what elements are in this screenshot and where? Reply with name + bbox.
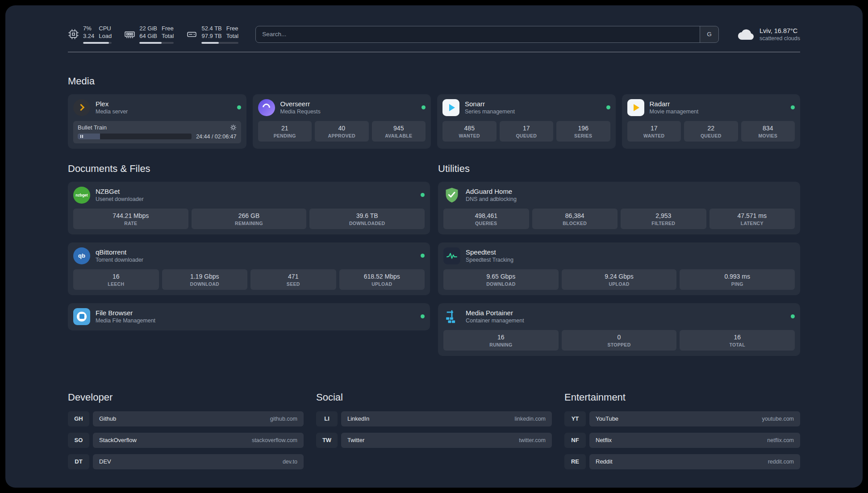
service-card-plex[interactable]: Plex Media server Bullet Train <box>68 94 246 149</box>
plex-now-playing: Bullet Train 24:44 / 02:06:47 <box>73 121 241 143</box>
disk-bar <box>201 42 238 44</box>
disk-icon <box>186 29 197 40</box>
service-name: Overseerr <box>280 100 321 108</box>
playback-progress-bar[interactable] <box>78 134 192 139</box>
service-card-radarr[interactable]: Radarr Movie management 17 WANTED 22 QUE… <box>622 94 801 149</box>
stat-upload: 618.52 Mbps UPLOAD <box>339 269 425 290</box>
plex-icon <box>73 99 90 116</box>
service-name: NZBGet <box>96 188 144 195</box>
disk-free: 52.4 TB <box>201 25 221 33</box>
bookmark-netflix[interactable]: NF Netflix netflix.com <box>564 433 800 448</box>
service-card-speedtest[interactable]: Speedtest Speedtest Tracking 9.65 Gbps D… <box>438 242 800 295</box>
service-name: Plex <box>96 100 128 108</box>
gear-icon[interactable] <box>230 124 237 131</box>
topbar-divider <box>68 52 800 52</box>
status-dot <box>421 105 426 109</box>
bookmark-abbr: SO <box>68 433 89 448</box>
bookmark-youtube[interactable]: YT YouTube youtube.com <box>564 411 800 426</box>
stat-available: 945 AVAILABLE <box>372 121 426 142</box>
stat-latency: 47.571 ms LATENCY <box>709 209 795 229</box>
bookmark-twitter[interactable]: TW Twitter twitter.com <box>316 433 552 448</box>
bookmark-github[interactable]: GH Github github.com <box>68 411 304 426</box>
bookmarks-area: Developer GH Github github.com SO StackO… <box>68 392 800 476</box>
bookmark-abbr: LI <box>316 411 338 426</box>
service-card-sonarr[interactable]: Sonarr Series management 485 WANTED 17 Q… <box>437 94 616 149</box>
status-dot <box>421 314 425 318</box>
bookmark-name: Twitter <box>347 437 364 443</box>
bookmark-abbr: GH <box>68 411 89 426</box>
sonarr-icon <box>442 99 459 116</box>
stat-total: 16 TOTAL <box>680 330 795 351</box>
bookmark-name: Github <box>99 415 116 422</box>
service-card-nzbget[interactable]: nzbget NZBGet Usenet downloader 744.21 M… <box>68 182 430 234</box>
stat-rate: 744.21 Mbps RATE <box>73 209 188 229</box>
search-input[interactable] <box>256 26 700 42</box>
disk-free-label: Free <box>226 25 238 33</box>
bookmark-name: DEV <box>99 458 111 465</box>
service-desc: Torrent downloader <box>96 257 143 263</box>
section-media: Media Plex Media server Bullet Train <box>68 75 800 149</box>
bookmark-name: Reddit <box>596 458 613 465</box>
stat-leech: 16 LEECH <box>73 269 159 290</box>
cpu-bar <box>83 42 112 44</box>
bookmark-linkedin[interactable]: LI LinkedIn linkedin.com <box>316 411 552 426</box>
qbittorrent-icon: qb <box>73 247 90 264</box>
bookmark-url: netflix.com <box>767 437 794 443</box>
disk-widget: 52.4 TB 97.9 TB Free Total <box>186 25 238 44</box>
service-card-filebrowser[interactable]: File Browser Media File Management <box>68 303 430 330</box>
status-dot <box>791 105 795 109</box>
documents-section-title: Documents & Files <box>68 163 430 175</box>
pause-icon[interactable] <box>80 135 83 138</box>
bookmark-stackoverflow[interactable]: SO StackOverflow stackoverflow.com <box>68 433 304 448</box>
search-provider-button[interactable]: G <box>700 26 718 42</box>
stat-download: 1.19 Gbps DOWNLOAD <box>162 269 248 290</box>
service-card-overseerr[interactable]: Overseerr Media Requests 21 PENDING 40 A… <box>253 94 431 149</box>
disk-total: 97.9 TB <box>201 33 221 40</box>
stat-approved: 40 APPROVED <box>315 121 369 142</box>
stat-filtered: 2,953 FILTERED <box>621 209 706 229</box>
cpu-widget: 7% 3.24 CPU Load <box>68 25 112 44</box>
disk-bar-fill <box>201 42 218 44</box>
service-card-portainer[interactable]: Media Portainer Container management 16 … <box>438 303 800 356</box>
cpu-label: CPU <box>99 25 112 33</box>
service-desc: Media File Management <box>96 318 155 324</box>
bookmark-group-title: Developer <box>68 392 304 403</box>
bookmark-url: reddit.com <box>768 459 794 465</box>
now-playing-title: Bullet Train <box>78 124 107 131</box>
memory-widget: 22 GiB 64 GiB Free Total <box>124 25 174 44</box>
memory-bar <box>139 42 174 44</box>
status-dot <box>606 105 610 109</box>
search-form: G <box>255 26 719 43</box>
stat-upload: 9.24 Gbps UPLOAD <box>562 269 677 290</box>
stat-wanted: 17 WANTED <box>627 121 681 142</box>
bookmark-url: stackoverflow.com <box>252 437 297 443</box>
service-card-adguard[interactable]: AdGuard Home DNS and adblocking 498,461 … <box>438 182 800 234</box>
filebrowser-icon <box>73 308 90 325</box>
stat-pending: 21 PENDING <box>258 121 312 142</box>
status-dot <box>791 314 795 318</box>
radarr-icon <box>627 99 644 116</box>
speedtest-icon <box>443 247 460 264</box>
bookmark-reddit[interactable]: RE Reddit reddit.com <box>564 454 800 469</box>
bookmark-abbr: TW <box>316 433 338 448</box>
service-card-qbittorrent[interactable]: qb qBittorrent Torrent downloader 16 LEE… <box>68 242 430 295</box>
cpu-load-label: Load <box>99 33 112 40</box>
cpu-load: 3.24 <box>83 33 94 40</box>
status-dot <box>237 105 241 109</box>
service-desc: Movie management <box>650 109 699 115</box>
bookmark-abbr: DT <box>68 454 89 469</box>
stat-download: 9.65 Gbps DOWNLOAD <box>443 269 559 290</box>
weather-location: Lviv, 16.87°C <box>760 27 800 34</box>
service-name: Speedtest <box>466 248 513 256</box>
bookmark-name: StackOverflow <box>99 437 137 443</box>
service-desc: Usenet downloader <box>96 196 144 202</box>
bookmark-abbr: YT <box>564 411 586 426</box>
stat-remaining: 266 GB REMAINING <box>192 209 307 229</box>
status-dot <box>421 254 425 258</box>
stat-running: 16 RUNNING <box>443 330 559 351</box>
bookmark-dev[interactable]: DT DEV dev.to <box>68 454 304 469</box>
playback-time: 24:44 / 02:06:47 <box>196 134 236 140</box>
service-name: Radarr <box>650 100 699 108</box>
stat-blocked: 86,384 BLOCKED <box>532 209 618 229</box>
disk-total-label: Total <box>226 33 238 40</box>
